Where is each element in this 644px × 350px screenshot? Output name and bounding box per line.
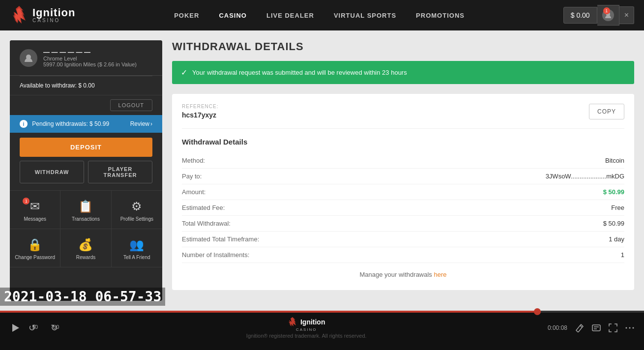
success-notification: ✓ Your withdrawal request was submitted … xyxy=(172,61,634,84)
rewards-icon: 💰 xyxy=(78,238,93,252)
payto-label: Pay to: xyxy=(182,173,202,180)
account-button[interactable]: 1 xyxy=(597,5,619,26)
svg-point-10 xyxy=(629,327,630,328)
close-button[interactable]: × xyxy=(619,6,634,24)
user-info: — — — — — — Chrome Level 5997.00 Ignitio… xyxy=(43,48,152,67)
svg-rect-6 xyxy=(592,325,600,331)
video-center-info: Ignition CASINO Ignition® registered tra… xyxy=(246,317,367,339)
video-player-bar: ↺ 10 ↻ 30 Ignition CASINO Ignition® regi… xyxy=(0,311,644,350)
manage-row: Manage your withdrawals here xyxy=(182,263,624,280)
detail-amount: Amount: $ 50.99 xyxy=(182,184,624,200)
profile-settings-item[interactable]: ⚙ Profile Settings xyxy=(112,191,162,229)
success-message: Your withdrawal request was submitted an… xyxy=(192,69,407,76)
rewards-item[interactable]: 💰 Rewards xyxy=(60,229,111,267)
top-navigation: Ignition CASINO POKER CASINO LIVE DEALER… xyxy=(0,0,644,30)
tell-a-friend-label: Tell A Friend xyxy=(123,255,150,260)
detail-total: Total Withdrawal: $ 50.99 xyxy=(182,216,624,232)
fee-value: Free xyxy=(611,204,624,211)
detail-method: Method: Bitcoin xyxy=(182,153,624,169)
review-link[interactable]: Review › xyxy=(130,120,152,127)
video-right-controls: 0:00:08 xyxy=(548,323,634,332)
change-password-icon: 🔒 xyxy=(28,238,42,252)
timestamp-overlay: 2021-03-18 06-57-33 xyxy=(0,288,165,306)
logo-casino-text: CASINO xyxy=(32,18,75,23)
video-caption-button[interactable] xyxy=(592,324,601,331)
user-miles: 5997.00 Ignition Miles ($ 2.66 in Value) xyxy=(43,61,152,67)
reference-block: REFERENCE: hcs17yxyz xyxy=(182,104,218,119)
svg-marker-5 xyxy=(289,317,296,326)
video-logo-sub: CASINO xyxy=(296,327,317,332)
change-password-label: Change Password xyxy=(15,255,55,260)
nav-promotions[interactable]: PROMOTIONS xyxy=(416,12,465,19)
site-logo[interactable]: Ignition CASINO xyxy=(10,5,75,26)
tell-a-friend-item[interactable]: 👥 Tell A Friend xyxy=(112,229,162,267)
transactions-item[interactable]: 📋 Transactions xyxy=(60,191,111,229)
video-play-pause-button[interactable] xyxy=(10,322,21,333)
player-transfer-button[interactable]: PLAYER TRANSFER xyxy=(88,161,152,183)
skip-back-label: 10 xyxy=(32,324,38,330)
nav-account-area: $ 0.00 1 × xyxy=(563,5,634,26)
pending-amount: Pending withdrawals: $ 50.99 xyxy=(32,120,109,127)
payto-value: 3JWsoW....................mkDG xyxy=(546,173,624,180)
video-logo: Ignition CASINO xyxy=(288,317,325,332)
method-label: Method: xyxy=(182,157,205,164)
installments-label: Number of Installments: xyxy=(182,251,249,259)
video-progress-bar[interactable] xyxy=(0,311,644,313)
action-buttons: DEPOSIT WITHDRAW PLAYER TRANSFER xyxy=(10,133,162,188)
nav-poker[interactable]: POKER xyxy=(174,12,199,19)
tell-a-friend-icon: 👥 xyxy=(129,238,144,252)
fee-label: Estimated Fee: xyxy=(182,204,225,211)
logout-button[interactable]: LOGOUT xyxy=(110,99,152,111)
profile-settings-icon: ⚙ xyxy=(131,200,142,213)
user-sidebar: — — — — — — Chrome Level 5997.00 Ignitio… xyxy=(10,40,162,301)
rewards-label: Rewards xyxy=(76,255,95,260)
balance-button[interactable]: $ 0.00 xyxy=(563,7,597,24)
reference-row: REFERENCE: hcs17yxyz COPY xyxy=(182,104,624,129)
video-fullscreen-button[interactable] xyxy=(609,323,617,332)
svg-point-11 xyxy=(632,327,634,328)
manage-link[interactable]: here xyxy=(434,271,447,278)
detail-payto: Pay to: 3JWsoW....................mkDG xyxy=(182,169,624,184)
messages-badge: 1 xyxy=(23,198,29,204)
transactions-label: Transactions xyxy=(72,216,100,222)
reference-value: hcs17yxyz xyxy=(182,111,218,119)
available-amount: $ 0.00 xyxy=(78,82,94,89)
video-edit-button[interactable] xyxy=(575,323,584,332)
deposit-button[interactable]: DEPOSIT xyxy=(20,138,152,157)
withdrawal-details-panel: WITHDRAWAL DETAILS ✓ Your withdrawal req… xyxy=(172,40,634,301)
nav-links: POKER CASINO LIVE DEALER VIRTUAL SPORTS … xyxy=(174,12,465,19)
amount-value: $ 50.99 xyxy=(603,188,624,196)
sidebar-header: — — — — — — Chrome Level 5997.00 Ignitio… xyxy=(10,40,162,76)
video-more-button[interactable] xyxy=(625,327,634,329)
available-label: Available to withdraw: xyxy=(20,82,77,89)
withdrawal-card: REFERENCE: hcs17yxyz COPY Withdrawal Det… xyxy=(172,94,634,290)
manage-text: Manage your withdrawals xyxy=(359,271,432,278)
timeframe-value: 1 day xyxy=(609,235,624,243)
detail-timeframe: Estimated Total Timeframe: 1 day xyxy=(182,232,624,247)
section-title: Withdrawal Details xyxy=(182,138,624,146)
nav-casino[interactable]: CASINO xyxy=(219,12,247,19)
copy-button[interactable]: COPY xyxy=(589,104,624,119)
nav-live-dealer[interactable]: LIVE DEALER xyxy=(266,12,314,19)
available-balance: Available to withdraw: $ 0.00 xyxy=(10,76,162,95)
messages-icon: ✉ xyxy=(30,200,40,213)
total-label: Total Withdrawal: xyxy=(182,220,231,227)
info-icon: i xyxy=(20,120,28,128)
change-password-item[interactable]: 🔒 Change Password xyxy=(10,229,60,267)
video-logo-text: Ignition xyxy=(300,318,325,326)
messages-item[interactable]: 1 ✉ Messages xyxy=(10,191,60,229)
reference-label: REFERENCE: xyxy=(182,104,218,109)
user-avatar xyxy=(20,49,37,67)
main-content: — — — — — — Chrome Level 5997.00 Ignitio… xyxy=(0,30,644,311)
skip-forward-button[interactable]: ↻ 30 xyxy=(51,322,65,333)
svg-point-9 xyxy=(625,327,627,328)
withdraw-button[interactable]: WITHDRAW xyxy=(20,161,84,183)
method-value: Bitcoin xyxy=(605,157,624,164)
sidebar-icon-grid: 1 ✉ Messages 📋 Transactions ⚙ Profile Se… xyxy=(10,190,162,267)
progress-fill xyxy=(0,311,541,313)
skip-back-button[interactable]: ↺ 10 xyxy=(29,322,43,333)
messages-label: Messages xyxy=(24,216,46,222)
nav-virtual-sports[interactable]: VIRTUAL SPORTS xyxy=(334,12,396,19)
username: — — — — — — xyxy=(43,48,152,56)
copyright-text: Ignition® registered trademark. All righ… xyxy=(246,333,367,339)
